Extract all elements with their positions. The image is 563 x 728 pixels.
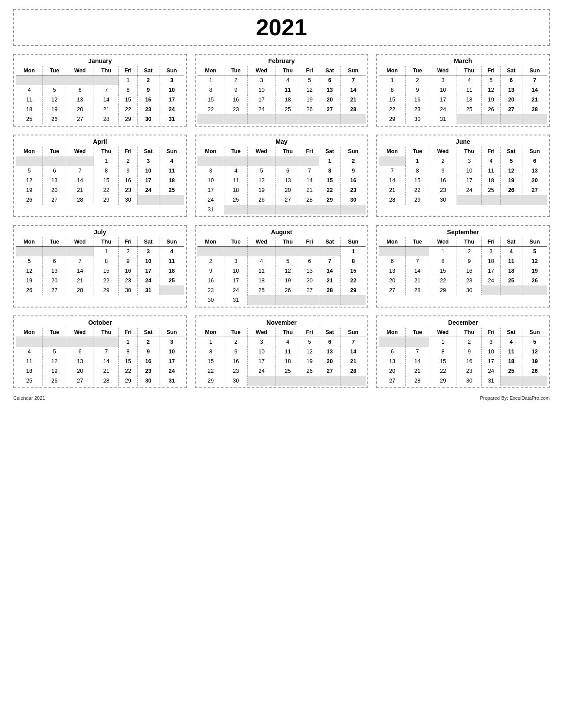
day-cell: 27 (66, 114, 94, 124)
day-cell: 24 (429, 105, 457, 114)
day-cell: 11 (276, 347, 300, 356)
day-cell: 20 (319, 356, 340, 366)
day-cell (66, 337, 94, 347)
day-header-fri: Fri (300, 66, 319, 75)
day-cell: 8 (379, 85, 406, 95)
day-cell: 2 (340, 156, 366, 166)
week-row: 23242526272829 (197, 285, 366, 295)
day-header-tue: Tue (224, 147, 248, 156)
day-cell: 17 (137, 176, 159, 185)
day-cell: 13 (43, 176, 66, 185)
month-august: AugustMonTueWedThuFriSatSun 123456789101… (195, 225, 368, 308)
week-row: 1234567 (379, 75, 547, 86)
day-cell: 15 (379, 95, 406, 105)
day-cell: 2 (137, 337, 159, 347)
day-cell: 20 (379, 276, 406, 285)
day-cell: 23 (224, 366, 248, 376)
day-cell: 2 (119, 156, 137, 166)
week-row: 25262728293031 (16, 376, 184, 386)
week-row: 3456789 (197, 166, 366, 176)
day-cell: 10 (159, 85, 184, 95)
day-cell (66, 156, 94, 166)
week-row: 20212223242526 (379, 276, 547, 285)
day-cell (319, 295, 340, 305)
day-cell: 7 (94, 347, 119, 356)
day-header-wed: Wed (429, 237, 457, 247)
day-header-sat: Sat (137, 237, 159, 247)
day-cell: 6 (379, 256, 406, 266)
day-cell (300, 247, 319, 257)
day-cell: 26 (16, 285, 43, 295)
day-header-tue: Tue (43, 328, 66, 337)
day-cell: 12 (500, 166, 522, 176)
day-cell (522, 114, 547, 124)
year-title: 2021 (13, 9, 550, 46)
day-cell: 1 (119, 75, 137, 86)
footer-left: Calendar 2021 (13, 395, 45, 401)
day-cell: 4 (482, 156, 500, 166)
day-cell: 17 (197, 185, 224, 195)
day-cell: 22 (319, 185, 340, 195)
week-row: 12345 (379, 337, 547, 347)
day-cell: 22 (197, 366, 224, 376)
day-header-tue: Tue (224, 66, 248, 75)
week-row: 45678910 (16, 85, 184, 95)
day-cell: 19 (300, 95, 319, 105)
day-header-sun: Sun (522, 147, 547, 156)
day-cell: 10 (159, 347, 184, 356)
week-row: 45678910 (16, 347, 184, 356)
day-cell: 25 (16, 376, 43, 386)
day-cell: 14 (319, 266, 340, 276)
day-cell: 12 (300, 85, 319, 95)
day-cell (340, 114, 366, 124)
day-header-wed: Wed (429, 147, 457, 156)
day-cell: 3 (482, 247, 500, 257)
day-cell (248, 156, 276, 166)
day-cell: 26 (300, 105, 319, 114)
day-header-mon: Mon (197, 328, 224, 337)
month-table: MonTueWedThuFriSatSun 123456789101112131… (16, 66, 184, 124)
day-cell: 31 (224, 295, 248, 305)
day-cell: 25 (276, 366, 300, 376)
day-cell: 13 (379, 356, 406, 366)
week-row: 293031 (379, 114, 547, 124)
day-cell: 9 (119, 166, 137, 176)
day-cell: 19 (16, 276, 43, 285)
day-cell: 11 (159, 256, 184, 266)
day-cell: 19 (43, 105, 66, 114)
day-header-thu: Thu (94, 147, 119, 156)
day-cell: 4 (276, 337, 300, 347)
day-header-thu: Thu (276, 66, 300, 75)
week-row: 24252627282930 (197, 195, 366, 205)
day-cell: 30 (119, 195, 137, 205)
day-cell: 14 (379, 176, 406, 185)
day-header-thu: Thu (457, 147, 482, 156)
week-row: 11121314151617 (16, 356, 184, 366)
day-cell: 11 (482, 166, 500, 176)
day-cell: 20 (379, 366, 406, 376)
day-header-tue: Tue (43, 66, 66, 75)
day-cell: 18 (224, 185, 248, 195)
week-row: 21222324252627 (379, 185, 547, 195)
week-row: 567891011 (16, 256, 184, 266)
day-cell: 10 (197, 176, 224, 185)
month-july: JulyMonTueWedThuFriSatSun 12345678910111… (13, 225, 187, 308)
day-cell: 27 (43, 285, 66, 295)
day-cell: 1 (119, 337, 137, 347)
day-cell: 23 (137, 366, 159, 376)
day-header-fri: Fri (119, 147, 137, 156)
day-cell (319, 114, 340, 124)
day-cell: 24 (197, 195, 224, 205)
day-cell: 31 (482, 376, 500, 386)
day-cell: 17 (137, 266, 159, 276)
day-cell: 9 (457, 347, 482, 356)
day-header-thu: Thu (276, 237, 300, 247)
day-cell: 31 (429, 114, 457, 124)
day-cell (43, 337, 66, 347)
day-cell: 23 (197, 285, 224, 295)
day-cell (379, 247, 406, 257)
day-cell: 9 (224, 85, 248, 95)
week-row: 3031 (197, 295, 366, 305)
week-row (197, 114, 366, 124)
day-cell: 1 (197, 337, 224, 347)
